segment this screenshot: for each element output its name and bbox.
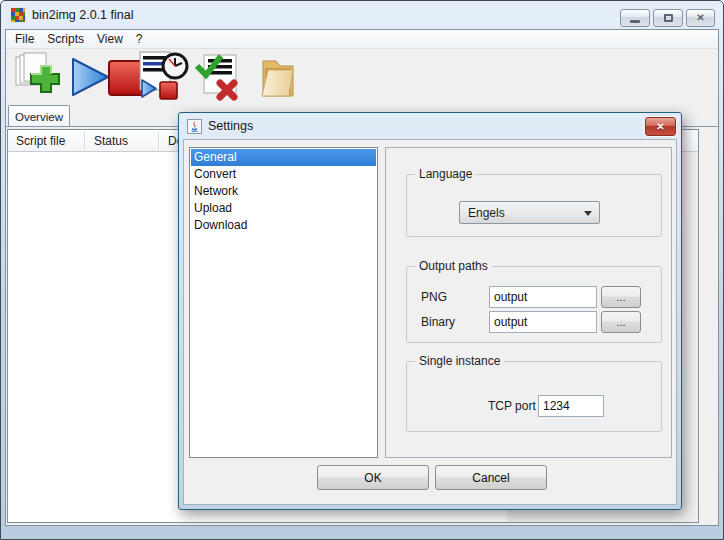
menu-view[interactable]: View (97, 32, 123, 46)
pages-plus-icon (13, 52, 63, 102)
language-dropdown[interactable]: Engels (459, 201, 600, 224)
cancel-button[interactable]: Cancel (435, 465, 547, 490)
category-network[interactable]: Network (191, 183, 376, 200)
maximize-icon (664, 14, 673, 22)
column-header-status[interactable]: Status (86, 130, 158, 152)
app-icon (10, 7, 26, 23)
column-divider[interactable] (84, 132, 85, 150)
java-icon (187, 119, 202, 134)
png-path-input[interactable] (489, 286, 597, 308)
output-paths-group-label: Output paths (415, 259, 492, 273)
ok-button[interactable]: OK (317, 465, 429, 490)
category-general[interactable]: General (191, 149, 376, 166)
add-scripts-button[interactable] (12, 51, 64, 103)
menu-file[interactable]: File (15, 32, 34, 46)
dialog-title: Settings (208, 119, 253, 133)
window-title: bin2img 2.0.1 final (32, 8, 133, 22)
open-folder-button[interactable] (252, 51, 304, 103)
png-label: PNG (421, 290, 447, 304)
language-group: Language Engels (406, 174, 662, 237)
dialog-content: General Convert Network Upload Download … (183, 139, 677, 505)
schedule-button[interactable] (138, 51, 190, 103)
binary-label: Binary (421, 315, 455, 329)
language-group-label: Language (415, 167, 476, 181)
settings-panel-general: Language Engels Output paths PNG ... Bin… (385, 147, 672, 458)
menu-help[interactable]: ? (136, 32, 143, 46)
minimize-button[interactable] (620, 9, 650, 27)
toolbar (6, 49, 718, 104)
category-upload[interactable]: Upload (191, 200, 376, 217)
output-paths-group: Output paths PNG ... Binary ... (406, 266, 662, 343)
binary-browse-button[interactable]: ... (601, 311, 641, 333)
menu-scripts[interactable]: Scripts (47, 32, 84, 46)
tcp-port-input[interactable] (538, 395, 604, 417)
clock-run-stop-icon (138, 51, 190, 103)
settings-dialog: Settings ✕ General Convert Network Uploa… (178, 112, 682, 510)
category-download[interactable]: Download (191, 217, 376, 234)
single-instance-group-label: Single instance (415, 354, 504, 368)
single-instance-group: Single instance TCP port (406, 361, 662, 432)
binary-path-input[interactable] (489, 311, 597, 333)
menu-bar: File Scripts View ? (6, 30, 718, 49)
close-icon: ✕ (696, 13, 704, 23)
close-button[interactable]: ✕ (686, 9, 715, 27)
category-convert[interactable]: Convert (191, 166, 376, 183)
maximize-button[interactable] (653, 9, 683, 27)
tab-overview[interactable]: Overview (8, 105, 70, 127)
language-selected-value: Engels (468, 206, 505, 220)
column-divider[interactable] (158, 132, 159, 150)
minimize-icon (630, 20, 640, 23)
validate-button[interactable] (194, 51, 246, 103)
dialog-close-icon: ✕ (656, 121, 664, 132)
settings-category-list: General Convert Network Upload Download (189, 147, 378, 458)
dialog-titlebar: Settings (179, 113, 681, 139)
dialog-close-button[interactable]: ✕ (645, 117, 676, 136)
folder-icon (254, 53, 302, 101)
chevron-down-icon (584, 211, 592, 216)
column-header-script-file[interactable]: Script file (8, 130, 84, 152)
check-cross-list-icon (194, 53, 246, 101)
png-browse-button[interactable]: ... (601, 286, 641, 308)
tcp-port-label: TCP port (488, 399, 536, 413)
main-titlebar: bin2img 2.0.1 final (1, 1, 723, 29)
